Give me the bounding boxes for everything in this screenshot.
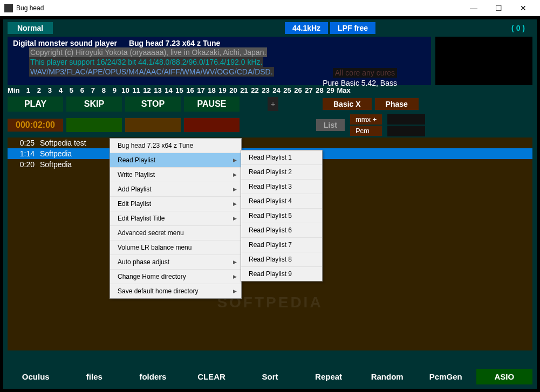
menu-item[interactable]: Write Playlist▶ xyxy=(110,168,241,182)
number-6[interactable]: 6 xyxy=(77,86,87,94)
menu-item[interactable]: Change Home directory▶ xyxy=(110,270,241,284)
files-button[interactable]: files xyxy=(66,369,123,384)
asio-button[interactable]: ASIO xyxy=(476,369,533,384)
number-5[interactable]: 5 xyxy=(66,86,77,94)
number-2[interactable]: 2 xyxy=(33,86,44,94)
menu-item[interactable]: Read Playlist▶ xyxy=(110,153,241,168)
number-10[interactable]: 10 xyxy=(120,86,131,94)
phase-button[interactable]: Phase xyxy=(375,98,419,110)
random-button[interactable]: Random xyxy=(359,369,415,384)
normal-button[interactable]: Normal xyxy=(8,22,53,34)
submenu-item[interactable]: Read Playlist 2 xyxy=(241,165,322,180)
dark-indicator-2 xyxy=(387,126,425,136)
folders-button[interactable]: folders xyxy=(125,369,181,384)
number-20[interactable]: 20 xyxy=(228,86,238,94)
cores-text: All core any cures xyxy=(333,68,397,78)
playlist-name: Softpedia test xyxy=(40,139,86,147)
submenu-item[interactable]: Read Playlist 4 xyxy=(241,194,322,209)
number-22[interactable]: 22 xyxy=(249,86,260,94)
number-12[interactable]: 12 xyxy=(141,86,152,94)
number-16[interactable]: 16 xyxy=(184,86,195,94)
close-button[interactable]: ✕ xyxy=(511,0,536,16)
titlebar: Bug head — ☐ ✕ xyxy=(0,0,540,16)
submenu-item[interactable]: Read Playlist 8 xyxy=(241,252,322,267)
menu-item[interactable]: Add Playlist▶ xyxy=(110,182,241,197)
sort-button[interactable]: Sort xyxy=(242,369,298,384)
oculus-button[interactable]: Oculus xyxy=(8,369,64,384)
playlist-row[interactable]: 0:25Softpedia test xyxy=(8,137,532,148)
menu-item[interactable]: Auto phase adjust▶ xyxy=(110,255,241,270)
playlist-time: 0:20 xyxy=(11,160,35,169)
number-28[interactable]: 28 xyxy=(314,86,325,94)
window-title: Bug head xyxy=(16,4,461,12)
number-17[interactable]: 17 xyxy=(195,86,206,94)
playlist-time: 1:14 xyxy=(11,149,35,158)
number-29[interactable]: 29 xyxy=(325,86,336,94)
number-11[interactable]: 11 xyxy=(131,86,141,94)
info-line1: Digital monster sound playerBug head 7.2… xyxy=(13,39,426,47)
number-27[interactable]: 27 xyxy=(303,86,314,94)
number-13[interactable]: 13 xyxy=(152,86,163,94)
pcmgen-button[interactable]: PcmGen xyxy=(418,369,474,384)
submenu-item[interactable]: Read Playlist 7 xyxy=(241,238,322,252)
menu-item[interactable]: Volume LR balance menu xyxy=(110,240,241,255)
info-copyright: Copyright (c) Hiroyuki Yokota (oryaaaaa)… xyxy=(29,47,267,57)
list-button[interactable]: List xyxy=(316,119,345,131)
number-9[interactable]: 9 xyxy=(109,86,120,94)
controls-row: PLAY SKIP STOP PAUSE + Basic X Phase xyxy=(3,95,537,113)
submenu-item[interactable]: Read Playlist 6 xyxy=(241,223,322,238)
number-8[interactable]: 8 xyxy=(98,86,109,94)
number-23[interactable]: 23 xyxy=(260,86,271,94)
number-24[interactable]: 24 xyxy=(271,86,282,94)
number-19[interactable]: 19 xyxy=(217,86,228,94)
menu-item[interactable]: Save default home directory▶ xyxy=(110,284,241,298)
submenu-item[interactable]: Read Playlist 3 xyxy=(241,180,322,194)
maximize-button[interactable]: ☐ xyxy=(486,0,511,16)
number-7[interactable]: 7 xyxy=(87,86,98,94)
chevron-right-icon: ▶ xyxy=(233,157,237,163)
number-4[interactable]: 4 xyxy=(55,86,66,94)
context-menu[interactable]: Bug head 7.23 x64 z Tune Read Playlist▶W… xyxy=(110,138,242,299)
plus-button[interactable]: + xyxy=(268,97,278,111)
info-support: This player support 16/24/32 bit 44.1/48… xyxy=(29,57,263,67)
submenu[interactable]: Read Playlist 1Read Playlist 2Read Playl… xyxy=(241,150,323,281)
max-label[interactable]: Max xyxy=(337,86,347,94)
lpf-button[interactable]: LPF free xyxy=(330,22,375,34)
playlist-time: 0:25 xyxy=(11,139,35,147)
number-25[interactable]: 25 xyxy=(282,86,292,94)
chevron-right-icon: ▶ xyxy=(233,172,237,177)
menu-item[interactable]: Advanced secret menu xyxy=(110,226,241,240)
mmx-button[interactable]: mmx + xyxy=(350,114,382,125)
playlist-name: Softpedia xyxy=(40,149,72,158)
green-indicator[interactable] xyxy=(66,118,122,132)
number-14[interactable]: 14 xyxy=(163,86,174,94)
submenu-item[interactable]: Read Playlist 1 xyxy=(241,150,322,165)
pause-button[interactable]: PAUSE xyxy=(184,97,240,112)
playlist[interactable]: 0:25Softpedia test1:14Softpedia0:20Softp… xyxy=(8,137,532,350)
basicx-button[interactable]: Basic X xyxy=(323,98,372,110)
number-3[interactable]: 3 xyxy=(44,86,55,94)
minimize-button[interactable]: — xyxy=(461,0,486,16)
submenu-item[interactable]: Read Playlist 9 xyxy=(241,267,322,281)
skip-button[interactable]: SKIP xyxy=(66,97,122,112)
pcm-button[interactable]: Pcm xyxy=(350,126,382,136)
number-26[interactable]: 26 xyxy=(292,86,303,94)
menu-item[interactable]: Edit Playlist▶ xyxy=(110,197,241,211)
svg-rect-0 xyxy=(4,4,13,12)
number-1[interactable]: 1 xyxy=(23,86,33,94)
play-button[interactable]: PLAY xyxy=(8,97,63,112)
menu-item[interactable]: Edit Playlist Title▶ xyxy=(110,211,241,226)
number-18[interactable]: 18 xyxy=(206,86,217,94)
bottom-bar: Oculus files folders CLEAR Sort Repeat R… xyxy=(3,367,537,387)
min-label[interactable]: Min xyxy=(8,86,19,94)
number-21[interactable]: 21 xyxy=(238,86,249,94)
red-indicator[interactable] xyxy=(184,118,240,132)
clear-button[interactable]: CLEAR xyxy=(183,369,240,384)
submenu-item[interactable]: Read Playlist 5 xyxy=(241,209,322,223)
khz-button[interactable]: 44.1kHz xyxy=(285,22,328,34)
orange-indicator[interactable] xyxy=(125,118,181,132)
repeat-button[interactable]: Repeat xyxy=(300,369,357,384)
chevron-right-icon: ▶ xyxy=(233,187,237,192)
number-15[interactable]: 15 xyxy=(174,86,184,94)
stop-button[interactable]: STOP xyxy=(125,97,181,112)
